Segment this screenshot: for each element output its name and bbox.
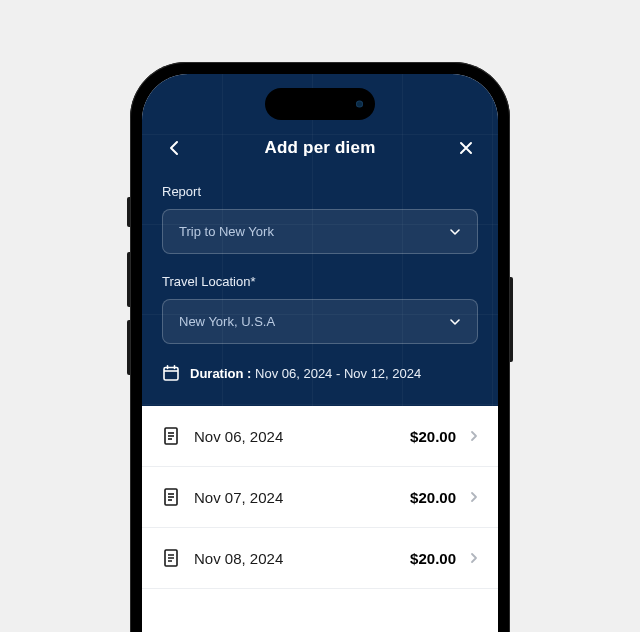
per-diem-row[interactable]: Nov 06, 2024 $20.00 <box>142 406 498 467</box>
phone-side-button <box>510 277 513 362</box>
receipt-icon <box>162 548 180 568</box>
location-label: Travel Location* <box>162 274 478 289</box>
phone-side-button <box>127 252 130 307</box>
per-diem-row[interactable]: Nov 08, 2024 $20.00 <box>142 528 498 589</box>
close-button[interactable] <box>454 136 478 160</box>
report-select[interactable]: Trip to New York <box>162 209 478 254</box>
nav-bar: Add per diem <box>162 136 478 160</box>
location-value: New York, U.S.A <box>179 314 275 329</box>
per-diem-row[interactable]: Nov 07, 2024 $20.00 <box>142 467 498 528</box>
chevron-down-icon <box>449 228 461 236</box>
form-header-area: Add per diem Report Trip to New York Tra… <box>142 74 498 406</box>
row-date: Nov 07, 2024 <box>194 489 396 506</box>
report-value: Trip to New York <box>179 224 274 239</box>
chevron-left-icon <box>169 140 179 156</box>
back-button[interactable] <box>162 136 186 160</box>
calendar-icon <box>162 364 180 382</box>
phone-side-button <box>127 197 130 227</box>
duration-value: Nov 06, 2024 - Nov 12, 2024 <box>255 366 421 381</box>
location-select[interactable]: New York, U.S.A <box>162 299 478 344</box>
close-icon <box>459 141 473 155</box>
chevron-down-icon <box>449 318 461 326</box>
row-amount: $20.00 <box>410 550 456 567</box>
chevron-right-icon <box>470 430 478 442</box>
dynamic-island <box>265 88 375 120</box>
row-date: Nov 06, 2024 <box>194 428 396 445</box>
phone-frame: Add per diem Report Trip to New York Tra… <box>130 62 510 632</box>
receipt-icon <box>162 426 180 446</box>
receipt-icon <box>162 487 180 507</box>
duration-label: Duration : <box>190 366 251 381</box>
row-amount: $20.00 <box>410 428 456 445</box>
row-amount: $20.00 <box>410 489 456 506</box>
chevron-right-icon <box>470 491 478 503</box>
duration-row: Duration : Nov 06, 2024 - Nov 12, 2024 <box>162 364 478 382</box>
phone-side-button <box>127 320 130 375</box>
chevron-right-icon <box>470 552 478 564</box>
phone-screen: Add per diem Report Trip to New York Tra… <box>142 74 498 632</box>
page-title: Add per diem <box>264 138 375 158</box>
report-label: Report <box>162 184 478 199</box>
svg-rect-0 <box>164 368 178 381</box>
per-diem-list: Nov 06, 2024 $20.00 Nov 07, 2024 $20.00 <box>142 406 498 589</box>
row-date: Nov 08, 2024 <box>194 550 396 567</box>
